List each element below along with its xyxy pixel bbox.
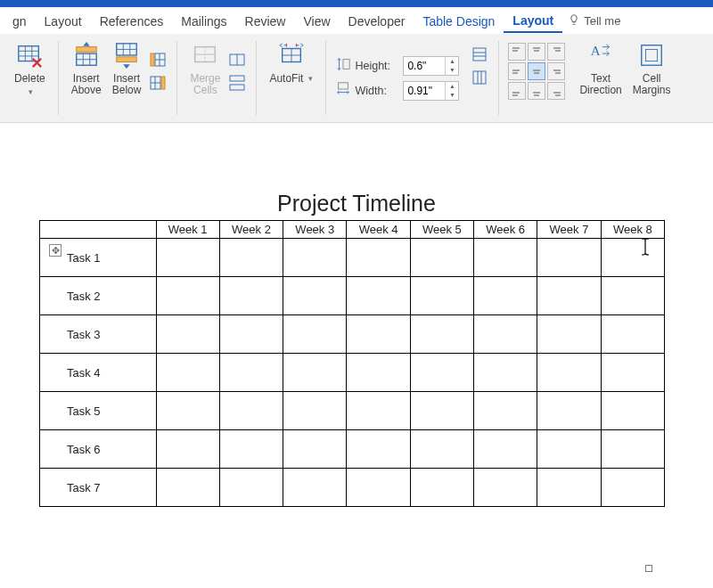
table-cell[interactable] [537,354,601,392]
height-input[interactable] [404,60,445,72]
table-cell[interactable] [347,277,410,315]
table-cell[interactable] [410,354,473,392]
table-cell[interactable] [410,469,473,507]
task-name-cell[interactable]: Task 7 [40,469,157,507]
header-cell[interactable]: Week 5 [410,221,473,239]
tell-me[interactable]: Tell me [568,13,620,29]
table-cell[interactable] [537,469,601,507]
align-bot-right[interactable] [547,82,565,100]
table-cell[interactable] [347,430,410,469]
header-cell[interactable]: Week 8 [601,221,664,239]
table-cell[interactable] [347,354,410,392]
align-mid-center[interactable] [528,62,545,80]
table-row[interactable]: Task 6 [40,430,665,469]
height-down[interactable]: ▼ [446,66,458,75]
table-cell[interactable] [474,315,537,354]
table-cell[interactable] [219,469,283,507]
align-top-right[interactable] [547,43,565,61]
distribute-rows-button[interactable] [470,45,489,64]
header-cell[interactable]: Week 4 [347,221,410,239]
table-cell[interactable] [283,315,347,354]
table-cell[interactable] [347,392,410,430]
header-cell[interactable]: Week 2 [219,221,283,239]
table-row[interactable]: Task 2 [40,277,665,315]
table-row[interactable]: Task 3 [40,315,665,354]
width-down[interactable]: ▼ [446,91,458,100]
tab-developer[interactable]: Developer [340,10,414,32]
document-title[interactable]: Project Timeline [27,191,686,216]
tab-references[interactable]: References [91,10,173,32]
align-top-center[interactable] [528,43,545,61]
tab-table-layout[interactable]: Layout [504,9,562,33]
tab-review[interactable]: Review [236,10,295,32]
table-cell[interactable] [156,239,219,277]
table-cell[interactable] [474,392,537,430]
table-cell[interactable] [283,469,347,507]
table-cell[interactable] [601,354,664,392]
table-cell[interactable] [474,469,537,507]
insert-right-button[interactable] [148,73,168,93]
header-cell[interactable]: Week 6 [474,221,537,239]
align-bot-center[interactable] [528,82,545,100]
table-cell[interactable] [219,430,283,469]
width-up[interactable]: ▲ [446,82,458,91]
table-cell[interactable] [219,392,283,430]
tab-design-partial[interactable]: gn [4,10,36,32]
table-cell[interactable] [156,392,219,430]
insert-left-button[interactable] [148,50,168,69]
table-cell[interactable] [537,430,601,469]
insert-above-button[interactable]: Insert Above [68,39,105,98]
table-cell[interactable] [537,315,601,354]
table-cell[interactable] [537,277,601,315]
table-cell[interactable] [474,239,537,277]
table-move-handle[interactable]: ✥ [49,244,61,257]
align-top-left[interactable] [508,43,526,61]
insert-below-button[interactable]: Insert Below [109,39,145,98]
table-cell[interactable] [347,315,410,354]
table-cell[interactable] [283,430,347,469]
tab-mailings[interactable]: Mailings [172,10,235,32]
table-cell[interactable] [601,469,664,507]
table-cell[interactable] [156,469,219,507]
table-cell[interactable] [410,392,473,430]
delete-button[interactable]: Delete ▾ [11,39,49,99]
table-row[interactable]: Task 7 [40,469,665,507]
height-up[interactable]: ▲ [446,57,458,66]
table-cell[interactable] [474,430,537,469]
table-cell[interactable] [219,239,283,277]
table-cell[interactable] [410,239,473,277]
table-cell[interactable] [410,430,473,469]
task-name-cell[interactable]: Task 6 [40,430,157,469]
cell-margins-button[interactable]: Cell Margins [629,39,675,98]
table-cell[interactable] [283,277,347,315]
timeline-table[interactable]: Week 1 Week 2 Week 3 Week 4 Week 5 Week … [39,220,665,507]
task-name-cell[interactable]: Task 5 [40,392,157,430]
table-cell[interactable] [219,277,283,315]
table-cell[interactable] [156,315,219,354]
table-cell[interactable] [601,430,664,469]
tab-table-design[interactable]: Table Design [414,10,504,32]
table-cell[interactable] [156,277,219,315]
table-cell[interactable] [283,239,347,277]
table-resize-handle[interactable] [645,565,652,572]
table-cell[interactable] [410,277,473,315]
table-cell[interactable] [537,392,601,430]
table-cell[interactable] [283,354,347,392]
header-cell[interactable]: Week 3 [283,221,347,239]
table-cell[interactable] [601,277,664,315]
table-cell[interactable] [283,392,347,430]
tab-view[interactable]: View [294,10,339,32]
task-name-cell[interactable]: Task 4 [40,354,157,392]
document-canvas[interactable]: Project Timeline ✥ Week 1 Week 2 Week 3 … [0,123,713,588]
table-header-row[interactable]: Week 1 Week 2 Week 3 Week 4 Week 5 Week … [40,221,665,239]
distribute-cols-button[interactable] [470,68,489,87]
table-cell[interactable] [601,315,664,354]
table-cell[interactable] [219,354,283,392]
table-cell[interactable] [347,469,410,507]
table-cell[interactable] [347,239,410,277]
table-cell[interactable] [537,239,601,277]
align-mid-left[interactable] [508,62,526,80]
header-cell[interactable]: Week 7 [537,221,601,239]
align-mid-right[interactable] [547,62,565,80]
table-row[interactable]: Task 4 [40,354,665,392]
